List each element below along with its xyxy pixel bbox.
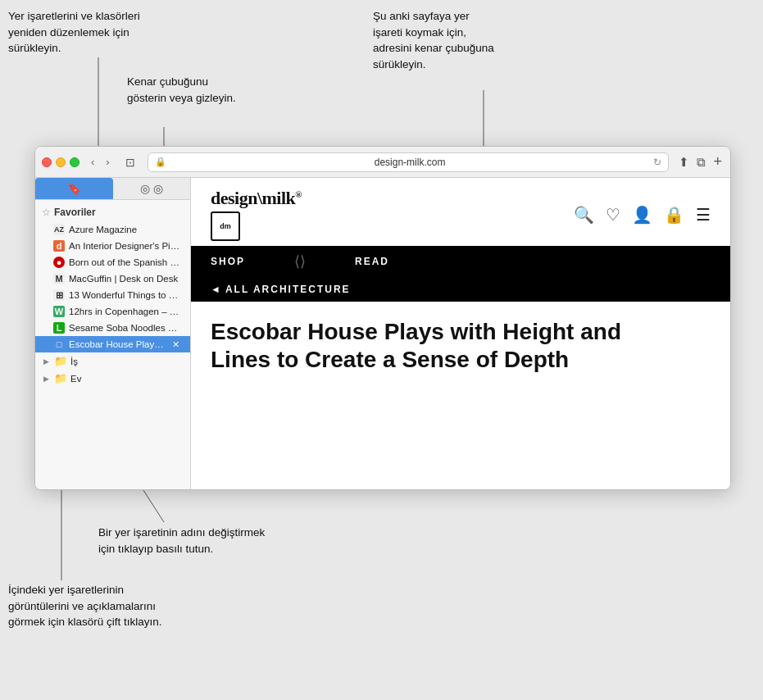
browser-body: 🔖 ◎ ◎ ☆ Favoriler AZ Azure Magazine d An… bbox=[35, 178, 730, 489]
search-icon[interactable]: 🔍 bbox=[574, 205, 594, 225]
reload-button[interactable]: ↻ bbox=[653, 157, 661, 168]
sidebar-item-azure[interactable]: AZ Azure Magazine bbox=[35, 221, 190, 238]
site-logo-group: design\milk® dm bbox=[211, 188, 302, 241]
article-title: Escobar House Plays with Height and Line… bbox=[211, 318, 686, 373]
folder-icon-ev: 📁 bbox=[54, 372, 67, 384]
category-bar: ◄ ALL ARCHITECTURE bbox=[191, 277, 730, 302]
annotation-top-right: Şu anki sayfaya yer işareti koymak için,… bbox=[373, 8, 494, 72]
annotation-mid-top: Kenar çubuğunu gösterin veya gizleyin. bbox=[127, 74, 236, 106]
favorites-section: ☆ Favoriler bbox=[35, 203, 190, 221]
tabs-button[interactable]: ⧉ bbox=[695, 153, 707, 171]
item-text-macguffin: MacGuffin | Desk on Desk bbox=[69, 274, 178, 284]
item-close-escobar[interactable]: ✕ bbox=[172, 339, 182, 350]
folder-icon-is: 📁 bbox=[54, 355, 67, 367]
site-nav: SHOP ⟨⟩ READ bbox=[191, 246, 730, 277]
sidebar-content: ☆ Favoriler AZ Azure Magazine d An Inter… bbox=[35, 200, 190, 489]
sidebar-item-wonderful[interactable]: ⊞ 13 Wonderful Things to Do... bbox=[35, 287, 190, 303]
item-text-sesame: Sesame Soba Noodles Rec... bbox=[69, 323, 182, 333]
item-text-interior: An Interior Designer's Pict... bbox=[69, 241, 182, 251]
new-tab-button[interactable]: + bbox=[711, 153, 724, 170]
sidebar-item-escobar[interactable]: □ Escobar House Plays with | ✕ bbox=[35, 336, 190, 352]
favorites-label: Favoriler bbox=[54, 207, 96, 218]
logo-icon: dm bbox=[211, 211, 240, 241]
lock-icon[interactable]: 🔒 bbox=[664, 205, 684, 225]
star-icon: ☆ bbox=[42, 207, 51, 218]
tab-reading-list[interactable]: ◎ ◎ bbox=[113, 178, 191, 199]
toolbar-right: ⬆ ⧉ + bbox=[677, 153, 724, 171]
close-button[interactable] bbox=[42, 157, 52, 167]
favicon-copenhagen: W bbox=[53, 306, 65, 317]
sidebar-folder-is[interactable]: ▶ 📁 İş bbox=[35, 352, 190, 370]
nav-read[interactable]: READ bbox=[355, 256, 389, 267]
folder-label-is: İş bbox=[70, 357, 78, 366]
favicon-escobar: □ bbox=[53, 339, 65, 350]
site-header-right: 🔍 ♡ 👤 🔒 ☰ bbox=[574, 205, 711, 225]
sidebar-item-sesame[interactable]: L Sesame Soba Noodles Rec... bbox=[35, 320, 190, 336]
nav-separator: ⟨⟩ bbox=[294, 252, 306, 270]
wishlist-icon[interactable]: ♡ bbox=[606, 205, 620, 225]
sidebar-toggle-button[interactable]: ⊡ bbox=[121, 154, 139, 170]
sidebar-item-copenhagen[interactable]: W 12hrs in Copenhagen – Gui... bbox=[35, 303, 190, 320]
item-text-copenhagen: 12hrs in Copenhagen – Gui... bbox=[69, 307, 182, 316]
folder-arrow-is: ▶ bbox=[43, 357, 49, 366]
nav-shop[interactable]: SHOP bbox=[211, 256, 245, 267]
category-back-arrow[interactable]: ◄ bbox=[211, 284, 220, 295]
maximize-button[interactable] bbox=[70, 157, 79, 167]
sidebar: 🔖 ◎ ◎ ☆ Favoriler AZ Azure Magazine d An… bbox=[35, 178, 191, 489]
site-header: design\milk® dm 🔍 ♡ 👤 🔒 ☰ bbox=[191, 178, 730, 246]
item-text-escobar: Escobar House Plays with | bbox=[69, 339, 168, 349]
item-text-wonderful: 13 Wonderful Things to Do... bbox=[69, 290, 182, 300]
favicon-macguffin: M bbox=[53, 273, 65, 284]
sidebar-folder-ev[interactable]: ▶ 📁 Ev bbox=[35, 370, 190, 387]
title-bar: ‹ › ⊡ 🔒 design-milk.com ↻ ⬆ ⧉ + bbox=[35, 147, 730, 178]
item-text-azure: Azure Magazine bbox=[69, 225, 137, 234]
annotation-bottom-left: İçindeki yer işaretlerinin görüntülerini… bbox=[8, 582, 162, 630]
menu-icon[interactable]: ☰ bbox=[696, 205, 711, 225]
address-bar[interactable]: 🔒 design-milk.com ↻ bbox=[148, 152, 670, 172]
lock-icon: 🔒 bbox=[155, 157, 166, 167]
tab-bookmarks[interactable]: 🔖 bbox=[35, 178, 113, 199]
forward-button[interactable]: › bbox=[102, 154, 112, 170]
back-button[interactable]: ‹ bbox=[88, 154, 98, 170]
favicon-wonderful: ⊞ bbox=[53, 289, 65, 301]
site-logo[interactable]: design\milk® bbox=[211, 188, 302, 209]
annotation-top-left: Yer işaretlerini ve klasörleri yeniden d… bbox=[8, 8, 140, 57]
sidebar-item-born[interactable]: ● Born out of the Spanish re... bbox=[35, 254, 190, 270]
sidebar-item-interior[interactable]: d An Interior Designer's Pict... bbox=[35, 238, 190, 254]
folder-arrow-ev: ▶ bbox=[43, 375, 49, 383]
browser-window: ‹ › ⊡ 🔒 design-milk.com ↻ ⬆ ⧉ + 🔖 ◎ ◎ ☆ … bbox=[34, 146, 731, 490]
web-content: design\milk® dm 🔍 ♡ 👤 🔒 ☰ SHOP ⟨⟩ READ bbox=[191, 178, 730, 489]
favicon-azure: AZ bbox=[53, 224, 65, 235]
sidebar-item-macguffin[interactable]: M MacGuffin | Desk on Desk bbox=[35, 270, 190, 287]
user-icon[interactable]: 👤 bbox=[632, 205, 652, 225]
url-display: design-milk.com bbox=[170, 157, 651, 168]
traffic-lights bbox=[42, 157, 79, 167]
favicon-born: ● bbox=[53, 257, 65, 268]
category-title: ALL ARCHITECTURE bbox=[225, 284, 351, 295]
article-area: Escobar House Plays with Height and Line… bbox=[191, 302, 730, 389]
share-button[interactable]: ⬆ bbox=[677, 153, 691, 171]
annotation-bottom-mid: Bir yer işaretinin adını değiştirmek içi… bbox=[98, 525, 265, 557]
sidebar-tabs: 🔖 ◎ ◎ bbox=[35, 178, 190, 200]
folder-label-ev: Ev bbox=[70, 374, 81, 384]
favicon-interior: d bbox=[53, 240, 65, 252]
minimize-button[interactable] bbox=[56, 157, 66, 167]
favicon-sesame: L bbox=[53, 322, 65, 334]
item-text-born: Born out of the Spanish re... bbox=[69, 257, 182, 267]
